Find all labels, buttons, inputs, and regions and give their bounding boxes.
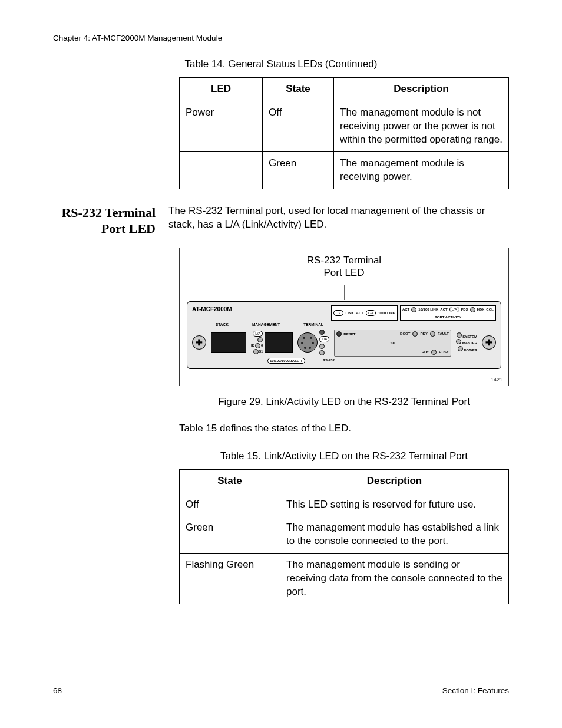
cell-state: Green: [263, 151, 334, 189]
table15: State Description Off This LED setting i…: [179, 469, 509, 605]
device-model-label: AT-MCF2000M: [192, 305, 232, 314]
table15-col-desc: Description: [280, 469, 509, 493]
cell-desc: The management module has established a …: [280, 516, 509, 554]
figure29-caption: Figure 29. Link/Activity LED on the RS-2…: [179, 396, 509, 409]
cell-state: Flashing Green: [180, 554, 280, 604]
led-icon: [319, 330, 325, 335]
led-icon: [456, 339, 461, 344]
cell-desc: The management module is receiving power…: [334, 151, 509, 189]
la-icon: L/A: [366, 310, 376, 316]
table-row: Power Off The management module is not r…: [180, 101, 509, 152]
led-icon: [430, 331, 435, 337]
led-icon: [253, 349, 259, 354]
led-icon: [411, 307, 416, 312]
cell-desc: The management module is not receiving p…: [334, 101, 509, 152]
stack-port-group: [211, 332, 246, 353]
cell-state: Green: [180, 516, 280, 554]
table14-caption: Table 14. General Status LEDs (Continued…: [53, 58, 509, 71]
reset-button-icon: [336, 331, 342, 337]
status-led-column: SYSTEM MASTER POWER: [456, 332, 477, 353]
body-paragraph: Table 15 defines the states of the LED.: [179, 422, 509, 436]
led-icon: [319, 344, 325, 349]
cell-state: Off: [180, 493, 280, 516]
led-icon: [319, 350, 325, 355]
cell-led: [180, 151, 263, 189]
section-label-management: MANAGEMENT: [252, 322, 280, 328]
callout-line2: Port LED: [324, 267, 365, 278]
rj45-port-icon: [211, 332, 246, 353]
section-label-stack: STACK: [216, 322, 229, 328]
footer-section: Section I: Features: [442, 686, 509, 696]
led-icon: [470, 307, 475, 312]
rj45-port-icon: [265, 332, 293, 353]
table14-col-state: State: [263, 78, 334, 101]
device-faceplate: AT-MCF2000M L/A LINK ACT L/A 1000 LINK A…: [187, 301, 501, 368]
terminal-port-group: L/A: [297, 330, 329, 355]
table14-col-led: LED: [180, 78, 263, 101]
led-icon: [458, 346, 463, 351]
la-icon: L/A: [253, 331, 263, 337]
screw-icon: ✚: [192, 335, 206, 350]
table-row: Green The management module is receiving…: [180, 151, 509, 189]
led-icon: [255, 343, 260, 348]
figure29: RS-232 Terminal Port LED AT-MCF2000M L/A…: [179, 248, 509, 409]
led-icon: [457, 332, 462, 338]
la-icon: L/A: [319, 336, 329, 342]
cell-desc: This LED setting is reserved for future …: [280, 493, 509, 516]
cell-led: Power: [180, 101, 263, 152]
table15-col-state: State: [180, 469, 280, 493]
legend-box-2: ACT 10/100 LINK ACT L/A FDX HDX COL PORT…: [400, 305, 496, 321]
section-heading: RS-232 Terminal Port LED: [53, 205, 156, 237]
figure-id: 1421: [491, 376, 503, 383]
base-t-label: 10/100/1000BASE-T: [267, 358, 305, 364]
callout-leader-line: [344, 285, 345, 300]
screw-icon: ✚: [482, 335, 496, 350]
callout-line1: RS-232 Terminal: [307, 255, 381, 266]
la-icon: L/A: [449, 307, 459, 312]
cell-desc: The management module is sending or rece…: [280, 554, 509, 604]
section-intro: The RS-232 Terminal port, used for local…: [168, 205, 509, 237]
table-row: Off This LED setting is reserved for fut…: [180, 493, 509, 516]
cell-state: Off: [263, 101, 334, 152]
table15-caption: Table 15. Link/Activity LED on the RS-23…: [179, 450, 509, 463]
reset-sd-panel: RESET BOOTRDYFAULT SD RDYBUSY: [334, 330, 451, 356]
rs232-label: RS-232: [323, 358, 335, 364]
table-row: Flashing Green The management module is …: [180, 554, 509, 604]
legend-box-1: L/A LINK ACT L/A 1000 LINK: [331, 305, 398, 321]
din-connector-icon: [297, 332, 318, 353]
chapter-header: Chapter 4: AT-MCF2000M Management Module: [53, 33, 509, 44]
led-icon: [412, 331, 418, 337]
table-row: Green The management module has establis…: [180, 516, 509, 554]
table14-col-desc: Description: [334, 78, 509, 101]
led-icon: [257, 337, 263, 342]
section-label-terminal: TERMINAL: [303, 322, 323, 328]
figure-callout: RS-232 Terminal Port LED: [187, 254, 501, 279]
la-icon: L/A: [333, 310, 343, 316]
management-port-group: L/A ID0 31: [251, 331, 293, 354]
page-number: 68: [53, 686, 62, 696]
led-icon: [431, 350, 437, 355]
table14: LED State Description Power Off The mana…: [179, 77, 509, 189]
